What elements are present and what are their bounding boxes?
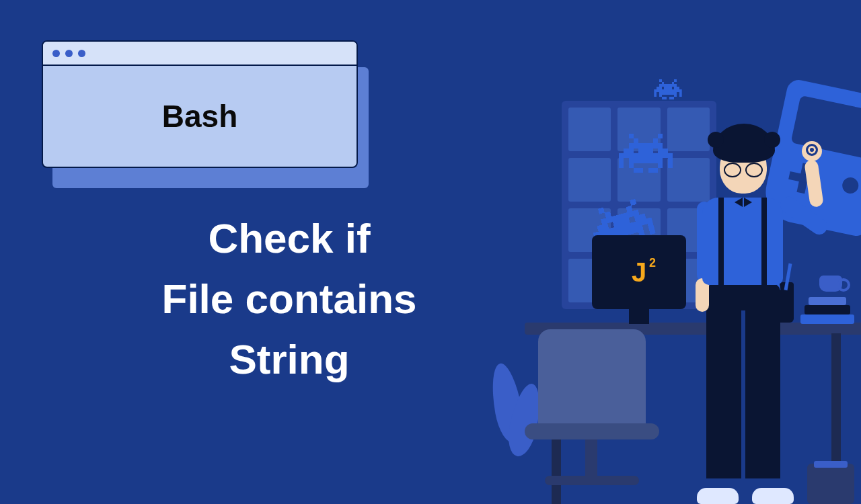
window-dot-icon: [52, 50, 60, 57]
ok-hand-icon: [802, 141, 822, 161]
caption-line: String: [40, 329, 538, 390]
svg-rect-26: [619, 153, 673, 158]
window-dot-icon: [78, 50, 85, 57]
svg-rect-19: [658, 134, 663, 138]
svg-rect-27: [619, 158, 624, 163]
svg-rect-35: [648, 168, 659, 173]
svg-rect-31: [629, 163, 634, 168]
svg-rect-33: [668, 163, 673, 168]
svg-rect-25: [658, 149, 668, 153]
svg-rect-7: [674, 87, 679, 89]
monitor-stand: [629, 309, 649, 324]
svg-rect-6: [664, 87, 671, 89]
svg-rect-12: [654, 95, 657, 97]
svg-rect-11: [679, 92, 682, 95]
svg-rect-8: [654, 89, 681, 92]
svg-rect-3: [672, 82, 675, 85]
svg-rect-18: [629, 134, 634, 138]
logo-letter: J: [632, 257, 646, 287]
svg-rect-9: [654, 92, 657, 95]
space-invader-icon: [619, 126, 673, 180]
glasses-icon: [724, 163, 763, 175]
caption-line: Check if: [40, 208, 538, 269]
caption-line: File contains: [40, 269, 538, 329]
svg-rect-1: [674, 79, 677, 82]
svg-rect-37: [630, 199, 636, 206]
svg-rect-34: [634, 168, 644, 173]
tech-card: Bash: [42, 40, 358, 168]
svg-rect-36: [598, 208, 605, 214]
svg-rect-32: [658, 163, 663, 168]
illustration-scene: J2: [484, 74, 861, 504]
logo-exponent: 2: [649, 256, 656, 270]
svg-rect-10: [659, 92, 677, 95]
svg-rect-20: [634, 138, 638, 143]
svg-rect-4: [659, 84, 677, 87]
monitor-icon: J2: [592, 235, 686, 309]
card-body: Bash: [43, 66, 357, 167]
chair-pole: [585, 439, 597, 480]
svg-rect-22: [629, 143, 663, 148]
space-invader-icon: [654, 75, 681, 103]
svg-rect-14: [674, 95, 677, 97]
svg-rect-13: [659, 95, 662, 97]
card-titlebar: [43, 42, 357, 66]
svg-rect-28: [629, 158, 663, 163]
bowtie-icon: [735, 198, 752, 207]
svg-rect-24: [638, 149, 653, 153]
svg-rect-15: [679, 95, 682, 97]
chair-seat: [525, 423, 659, 439]
main-caption: Check if File contains String: [40, 208, 538, 390]
svg-rect-21: [653, 138, 658, 143]
svg-rect-17: [669, 97, 675, 99]
svg-rect-5: [657, 87, 662, 89]
developer-person-icon: [679, 128, 814, 504]
svg-rect-23: [624, 149, 634, 153]
window-dot-icon: [65, 50, 73, 57]
chair: [538, 329, 646, 430]
card-title: Bash: [162, 98, 237, 134]
floor-box-icon: [807, 464, 854, 504]
svg-rect-30: [619, 163, 624, 168]
mug-icon: [819, 276, 842, 292]
monitor-logo: J2: [632, 257, 646, 288]
chair-base: [545, 476, 639, 485]
svg-rect-16: [662, 97, 667, 99]
svg-rect-2: [662, 82, 665, 85]
svg-rect-29: [668, 158, 673, 163]
svg-rect-0: [659, 79, 662, 82]
